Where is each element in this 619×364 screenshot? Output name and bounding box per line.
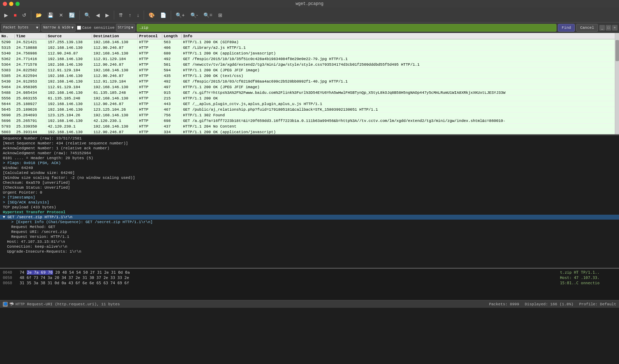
go-next-button[interactable]: ↓ xyxy=(135,11,141,19)
restart-capture-button[interactable]: ↺ xyxy=(20,11,28,19)
find-button[interactable]: Find xyxy=(558,24,575,32)
narrow-wide-label: Narrow & Wide xyxy=(43,26,71,30)
detail-line: Host: 47.107.33.15:81\r\n xyxy=(0,239,619,244)
separator-4 xyxy=(144,11,144,20)
window-shrink-button[interactable]: _ xyxy=(599,25,605,31)
go-back-button[interactable]: ◀ xyxy=(94,11,102,19)
profile-label: Profile: Default xyxy=(579,302,616,306)
table-row[interactable]: 538324.822582112.91.129.184192.168.146.1… xyxy=(0,67,619,73)
detail-line: 0101 .... = Header Length: 20 bytes (5) xyxy=(0,156,619,161)
reload-button[interactable]: 🔄 xyxy=(67,11,77,19)
table-row[interactable]: 543024.912953192.168.146.130112.91.129.1… xyxy=(0,79,619,84)
detail-line: Request Version: HTTP/1.1 xyxy=(0,234,619,239)
table-row[interactable]: 538524.822594192.168.146.130112.90.246.8… xyxy=(0,73,619,79)
header-source: Source xyxy=(46,34,92,38)
header-info: Info xyxy=(182,34,619,38)
window-expand-button[interactable]: □ xyxy=(606,25,611,31)
packet-list-headers: No. Time Source Destination Protocol Len… xyxy=(0,33,619,39)
case-sensitive-checkbox[interactable] xyxy=(77,26,81,30)
window-controls[interactable] xyxy=(3,2,20,6)
go-prev-button[interactable]: ↑ xyxy=(126,11,133,19)
table-row[interactable]: 536424.771578192.168.146.130112.90.246.8… xyxy=(0,62,619,67)
table-row[interactable]: 536224.771416192.168.146.130112.91.129.1… xyxy=(0,56,619,62)
hex-lines: 004074 2e 7a 69 70 20 48 54 54 50 2f 31 … xyxy=(3,270,616,286)
table-row[interactable]: 531524.710888192.168.146.130112.90.246.8… xyxy=(0,45,619,51)
detail-line: [Window size scaling factor: -2 (no wind… xyxy=(0,175,619,180)
status-bar: 🔵 🦈 HTTP Request-URI (http.request.uri),… xyxy=(0,300,619,308)
header-protocol: Protocol xyxy=(138,34,162,38)
detail-line: Acknowledgment number (raw): 745152964 xyxy=(0,151,619,156)
go-first-button[interactable]: ⇈ xyxy=(117,11,125,19)
detail-line[interactable]: > [SEQ/ACK analysis] xyxy=(0,200,619,205)
separator-1 xyxy=(31,11,31,20)
minimize-button[interactable] xyxy=(9,2,13,6)
status-left: 🔵 🦈 HTTP Request-URI (http.request.uri),… xyxy=(3,302,120,307)
hex-line: 005048 6f 73 74 3a 20 34 37 2e 31 30 37 … xyxy=(3,275,616,280)
detail-line[interactable]: > [Expert Info (Chat/Sequence): GET /sec… xyxy=(0,220,619,225)
filter-input-wrap xyxy=(137,24,556,32)
table-row[interactable]: 555625.06315561.135.185.248192.168.146.1… xyxy=(0,96,619,101)
detail-line: Upgrade-Insecure-Requests: 1\r\n xyxy=(0,249,619,254)
table-row[interactable]: 534024.756986112.90.246.87192.168.146.13… xyxy=(0,51,619,56)
detail-line[interactable]: > [Timestamps] xyxy=(0,195,619,200)
detail-line: ▼ GET /secret.zip HTTP/1.1\r\n xyxy=(0,215,619,220)
detail-line: Acknowledgment Number: 1 (relative ack n… xyxy=(0,146,619,151)
table-row[interactable]: 564525.189026192.168.146.130123.125.104.… xyxy=(0,107,619,112)
detail-line: Hypertext Transfer Protocol xyxy=(0,210,619,215)
start-capture-button[interactable]: ▶ xyxy=(2,11,10,19)
close-button[interactable]: ✕ xyxy=(57,11,65,19)
table-row[interactable]: 580325.393144192.168.146.130112.90.246.8… xyxy=(0,129,619,134)
hex-highlight: 2e 7a 69 70 xyxy=(27,270,53,275)
table-row[interactable]: 569025.264693123.125.104.26192.168.146.1… xyxy=(0,112,619,118)
packet-rows: 529024.521421157.255.139.138192.168.146.… xyxy=(0,39,619,134)
titlebar: wget.pcapng xyxy=(0,0,619,8)
header-no: No. xyxy=(0,34,15,38)
resize-columns-button[interactable]: ⊞ xyxy=(216,11,224,19)
packets-count: Packets: 8999 xyxy=(489,302,519,306)
packet-bytes-label: Packet bytes xyxy=(3,26,28,30)
separator-5 xyxy=(171,11,171,20)
detail-line[interactable]: > Flags: 0x018 (PSH, ACK) xyxy=(0,161,619,165)
separator-2 xyxy=(79,11,80,20)
save-button[interactable]: 💾 xyxy=(45,11,56,19)
string-dropdown-icon[interactable]: ▼ xyxy=(131,26,133,30)
status-right: Packets: 8999 Displayed: 166 (1.8%) Prof… xyxy=(489,302,616,306)
detail-line: Sequence Number (raw): 33/517/2581 xyxy=(0,136,619,141)
table-row[interactable]: 579325.33935042.120.230.1192.168.146.130… xyxy=(0,124,619,129)
table-row[interactable]: 564425.188927192.168.146.130112.90.246.8… xyxy=(0,101,619,107)
table-row[interactable]: 548824.985434192.168.146.13061.135.185.2… xyxy=(0,90,619,96)
cancel-button[interactable]: Cancel xyxy=(576,24,598,32)
detail-line: [Checksum Status: Unverified] xyxy=(0,185,619,190)
find-button[interactable]: 🔍 xyxy=(82,11,92,19)
zoom-out-button[interactable]: 🔍- xyxy=(188,11,200,19)
header-destination: Destination xyxy=(92,34,138,38)
autoscroll-button[interactable]: 📄 xyxy=(158,11,168,19)
detail-line: Checksum: 0xa570 [unverified] xyxy=(0,180,619,185)
zoom-reset-button[interactable]: 🔍= xyxy=(201,11,214,19)
status-text: HTTP Request-URI (http.request.uri), 11 … xyxy=(15,302,120,306)
scrollbar-thumb[interactable] xyxy=(615,40,619,61)
window-close-button[interactable]: + xyxy=(612,25,618,31)
window-title: wget.pcapng xyxy=(295,1,323,6)
vertical-scrollbar[interactable] xyxy=(615,33,619,134)
close-button[interactable] xyxy=(3,2,7,6)
go-forward-button[interactable]: ▶ xyxy=(103,11,111,19)
detail-line: Window: 64240 xyxy=(0,165,619,170)
packet-bytes-dropdown-icon[interactable]: ▼ xyxy=(36,26,38,30)
table-row[interactable]: 546424.958305112.91.129.184192.168.146.1… xyxy=(0,84,619,90)
detail-line: [Next Sequence Number: 434 (relative seq… xyxy=(0,141,619,146)
stop-capture-button[interactable]: ■ xyxy=(12,11,19,19)
zoom-in-button[interactable]: 🔍+ xyxy=(174,11,187,19)
narrow-wide-dropdown-icon[interactable]: ▼ xyxy=(71,26,74,30)
maximize-button[interactable] xyxy=(15,2,20,6)
table-row[interactable]: 569625.265791192.168.146.13042.120.230.1… xyxy=(0,118,619,124)
filter-input[interactable] xyxy=(139,26,554,30)
window-resize-controls: _ □ + xyxy=(599,25,618,31)
case-sensitive-wrap: Case sensitive xyxy=(77,26,115,30)
open-button[interactable]: 📂 xyxy=(34,11,44,19)
hex-line: 004074 2e 7a 69 70 20 48 54 54 50 2f 31 … xyxy=(3,270,616,275)
colorize-button[interactable]: 🎨 xyxy=(146,11,157,19)
header-time: Time xyxy=(15,34,46,38)
table-row[interactable]: 529024.521421157.255.139.138192.168.146.… xyxy=(0,39,619,45)
wireshark-icon: 🦈 xyxy=(9,302,14,306)
